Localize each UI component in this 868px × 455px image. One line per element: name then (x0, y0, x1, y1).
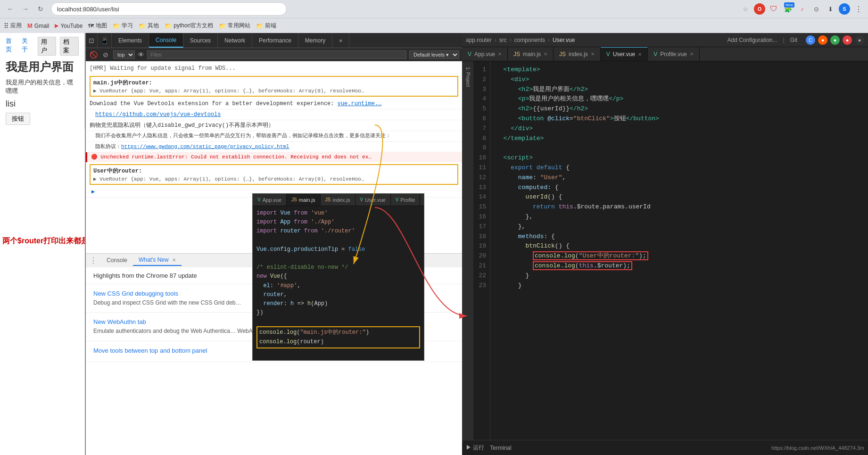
tab-label: main.js (299, 197, 315, 203)
ol-13 (256, 317, 420, 326)
overlay-tab-profile[interactable]: V Profile (391, 194, 421, 206)
bookmark-python[interactable]: 📁 python官方文档 (165, 22, 213, 30)
tab-close-icon[interactable]: ✕ (591, 51, 595, 57)
add-config-btn[interactable]: Add Configuration... (727, 37, 777, 43)
context-select[interactable]: top (113, 50, 135, 59)
folder-icon: 📁 (219, 23, 226, 29)
nav-user[interactable]: 用户 (38, 37, 57, 56)
devtools-cursor-icon[interactable]: ⊡ (86, 33, 98, 48)
line-num-10: 10 (473, 153, 490, 163)
bookmark-frontend[interactable]: 📁 前端 (256, 22, 276, 30)
code-line-12: name: "User", (496, 173, 862, 183)
forward-button[interactable]: → (19, 2, 32, 16)
overlay-tab-uservue[interactable]: V User.vue (355, 194, 391, 206)
settings-icon[interactable]: ⋮ (853, 3, 864, 15)
clear-icon[interactable]: 🚫 (89, 51, 98, 58)
bookmark-maps[interactable]: 🗺 地图 (88, 22, 107, 30)
icon5[interactable]: ● (855, 35, 864, 45)
tab-close-icon[interactable]: ✕ (544, 51, 547, 57)
code-line-23: } (496, 281, 862, 291)
right-panel: app.router › src › components › User.vue… (462, 33, 868, 455)
bookmark-label: YouTube (60, 23, 83, 29)
bottom-tab-whats-new[interactable]: What's New ✕ (133, 255, 182, 266)
star-icon[interactable]: ☆ (740, 3, 751, 15)
privacy-link[interactable]: https://www.gwdang.com/static_page/priva… (121, 144, 289, 149)
browser-chrome: ← → ↻ localhost:8080/user/lisi ☆ O 🛡 🧩 N… (0, 0, 868, 33)
shield-icon[interactable]: 🛡 (768, 3, 779, 15)
bookmark-gmail[interactable]: M Gmail (27, 22, 49, 29)
editor-tab-profilevue[interactable]: V Profile.vue ✕ (648, 47, 700, 61)
line-num-16: 16 (473, 212, 490, 222)
bookmark-apps[interactable]: ⠿ 应用 (4, 22, 22, 30)
profile-icon[interactable]: S (839, 3, 850, 15)
bookmark-youtube[interactable]: ▶ YouTube (55, 23, 83, 29)
bookmark-label: 应用 (10, 22, 22, 30)
devtools-tab-more[interactable]: » (332, 33, 349, 48)
filter-toggle-icon[interactable]: ⊘ (101, 51, 110, 58)
refresh-button[interactable]: ↻ (34, 2, 47, 16)
tab-close-icon[interactable]: ✕ (498, 51, 502, 57)
log-level-select[interactable]: Default levels ▾ (409, 50, 459, 59)
project-tab[interactable]: 1: Project (464, 65, 471, 89)
code-content[interactable]: <template> <div> <h2>我是用户界面</h2> <p>我是用户… (490, 61, 868, 440)
address-bar[interactable]: localhost:8080/user/lisi (51, 2, 287, 16)
page-area: 首页 关于 用户 档案 我是用户界面 我是用户的相关信息，嘿嘿嘿 lisi 按钮… (0, 33, 85, 455)
devtools-tab-network[interactable]: Network (218, 33, 252, 48)
editor-main-area: 1: Project 1 2 3 4 5 6 7 8 9 10 11 12 13… (462, 61, 868, 440)
editor-tabbar: V App.vue ✕ JS main.js ✕ JS index.js ✕ V… (462, 47, 868, 61)
console-box-main-router: main.js中的router: ▶ VueRouter {app: Vue, … (90, 76, 458, 97)
bookmark-label: 前端 (265, 22, 276, 30)
devtools-tab-console[interactable]: Console (149, 33, 183, 48)
ol-5: Vue.config.productionTip = false (256, 245, 420, 254)
devtools-phone-icon[interactable]: 📱 (98, 33, 112, 48)
devtools-link[interactable]: vue.runtime.… (338, 100, 382, 107)
history-icon[interactable]: ⊙ (810, 3, 822, 15)
editor-tab-uservue[interactable]: V User.vue ✕ (601, 47, 648, 61)
overlay-tab-mainjs[interactable]: JS main.js (287, 194, 321, 206)
icon2[interactable]: ● (818, 35, 827, 45)
nav-profile[interactable]: 档案 (60, 37, 79, 56)
editor-tab-indexjs[interactable]: JS index.js ✕ (554, 47, 601, 61)
github-link[interactable]: https://github.com/vuejs/vue-devtools (95, 111, 221, 118)
back-button[interactable]: ← (4, 2, 17, 16)
bookmark-common[interactable]: 📁 常用网站 (219, 22, 250, 30)
editor-top-bar: app.router › src › components › User.vue… (462, 33, 868, 47)
opera-icon[interactable]: O (754, 3, 765, 15)
run-button[interactable]: ▶ 运行 (466, 444, 484, 452)
tab-close-icon[interactable]: ✕ (690, 51, 694, 57)
terminal-button[interactable]: Terminal (490, 445, 511, 451)
git-btn[interactable]: Git (790, 37, 797, 43)
chrome-icon[interactable]: C (806, 35, 815, 45)
youtube-music-icon[interactable]: ♪ (796, 3, 808, 15)
eye-icon[interactable]: 👁 (138, 51, 144, 58)
whats-new-close-icon[interactable]: ✕ (172, 257, 176, 263)
devtools-tab-performance[interactable]: Performance (252, 33, 298, 48)
download-icon[interactable]: ⬇ (825, 3, 836, 15)
bookmark-label: 常用网站 (228, 22, 250, 30)
icon3[interactable]: ● (830, 35, 840, 45)
nav-home[interactable]: 首页 (6, 37, 18, 56)
ol-9: el: '#app', (256, 281, 420, 290)
bookmark-study[interactable]: 📁 学习 (113, 22, 133, 30)
bottom-dots[interactable]: ⋮ (90, 256, 97, 265)
editor-bottom-bar: ▶ 运行 Terminal https://blog.csdn.net/WXhI… (462, 440, 868, 455)
breadcrumb-sep3: › (548, 37, 550, 43)
editor-tab-mainjs[interactable]: JS main.js ✕ (508, 47, 554, 61)
bookmark-other[interactable]: 📁 其他 (139, 22, 159, 30)
nav-about[interactable]: 关于 (22, 37, 34, 56)
btn-click[interactable]: 按钮 (6, 113, 30, 125)
status-url: https://blog.csdn.net/WXhIA_448274.3m (771, 445, 864, 451)
devtools-tab-sources[interactable]: Sources (183, 33, 218, 48)
editor-tab-appvue[interactable]: V App.vue ✕ (462, 47, 508, 61)
overlay-tab-appvue[interactable]: V App.vue (253, 194, 287, 206)
code-line-17: }, (496, 222, 862, 232)
new-badge: New (784, 2, 794, 8)
console-error-line: 🔴 Unchecked runtime.lastError: Could not… (86, 152, 462, 162)
devtools-tab-elements[interactable]: Elements (112, 33, 149, 48)
icon4[interactable]: ● (843, 35, 852, 45)
devtools-tab-memory[interactable]: Memory (298, 33, 332, 48)
overlay-tab-indexjs[interactable]: JS index.js (321, 194, 355, 206)
console-filter-input[interactable] (147, 50, 406, 59)
bottom-tab-console[interactable]: Console (101, 255, 133, 265)
tab-close-icon[interactable]: ✕ (638, 52, 642, 57)
